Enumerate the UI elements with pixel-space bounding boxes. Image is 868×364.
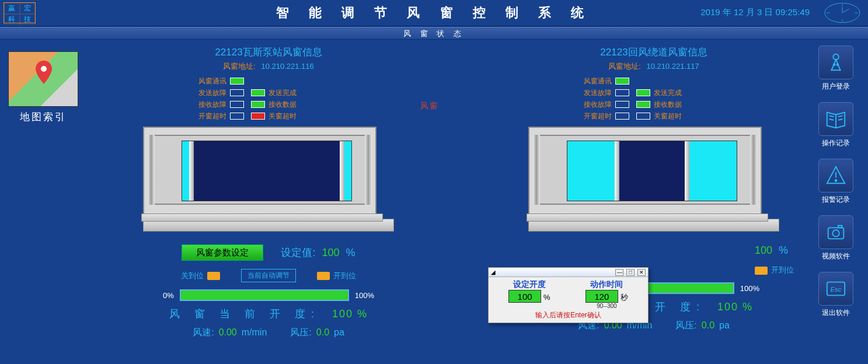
status-indicator-grid: 风窗通讯 发送故障发送完成 接收故障接收数据 开窗超时关窗超时 [193, 75, 344, 122]
wind-speed-display: 风速:0.00m/min [193, 327, 267, 339]
svg-line-12 [829, 116, 834, 117]
status-indicator [636, 101, 650, 108]
opening-progress-bar [180, 289, 349, 301]
opening-unit: % [357, 308, 368, 320]
action-time-input[interactable]: 120 [585, 290, 618, 303]
analog-clock-icon [822, 1, 862, 24]
svg-line-14 [838, 116, 843, 117]
svg-point-7 [41, 66, 47, 72]
status-label: 开窗超时 [578, 111, 612, 121]
unit: % [543, 293, 550, 302]
status-label: 接收数据 [654, 100, 688, 110]
svg-text:Esc: Esc [831, 286, 842, 293]
opening-label: 风 窗 当 前 开 度: [169, 308, 320, 320]
dialog-minimize-button[interactable]: — [615, 269, 623, 276]
status-indicator [615, 89, 629, 96]
address-ip: 10.210.221.116 [261, 62, 313, 71]
value: 0.00 [219, 327, 237, 337]
status-label: 接收故障 [193, 100, 226, 110]
map-index-button[interactable]: 地图索引 [8, 51, 78, 124]
close-position-indicator [207, 272, 220, 280]
status-indicator [636, 113, 650, 120]
status-indicator-grid: 风窗通讯 发送故障发送完成 接收故障接收数据 开窗超时关窗超时 [578, 75, 730, 122]
comm-label: 风窗通讯 [193, 76, 226, 86]
set-value-display: 设定值: 100 % [281, 246, 355, 260]
label: 风速: [193, 327, 214, 337]
set-value-number: 100 [322, 247, 339, 258]
open-position-label: 开到位 [313, 271, 356, 281]
wind-pressure-display: 风压:0.0pa [290, 327, 344, 339]
shutter-right [689, 141, 737, 201]
unit: pa [334, 327, 344, 337]
comm-indicator [230, 78, 244, 85]
status-indicator [615, 101, 629, 108]
set-value-display: 100 % [751, 244, 788, 257]
dialog-maximize-button[interactable]: □ [626, 269, 635, 276]
panel-controls: 风窗参数设定 设定值: 100 % 关到位 当前自动调节 开到位 0% 100%… [99, 244, 438, 339]
dialog-hint: 输入后请按Enter确认 [489, 310, 648, 320]
book-icon [818, 102, 853, 136]
label: 风压: [675, 320, 696, 330]
set-value-label: 设定值: [281, 247, 315, 258]
status-label: 发送故障 [578, 88, 612, 98]
shutter-track [567, 141, 737, 201]
set-opening-dialog[interactable]: ◢ — □ ✕ 设定开度 100% 动作时间 120秒 90--300 输入后请… [488, 267, 649, 323]
value: 0.0 [702, 320, 714, 330]
set-opening-input[interactable]: 100 [508, 290, 541, 303]
status-label: 开窗超时 [193, 111, 226, 121]
dialog-titlebar[interactable]: ◢ — □ ✕ [489, 268, 648, 277]
set-value-unit: % [346, 247, 355, 258]
status-label: 关窗超时 [654, 111, 688, 121]
status-indicator [615, 113, 629, 120]
svg-point-9 [834, 64, 835, 65]
status-indicator [636, 89, 650, 96]
status-label: 发送故障 [193, 88, 226, 98]
svg-line-13 [829, 119, 834, 120]
status-indicator [251, 89, 265, 96]
shutter-right [344, 141, 351, 201]
address-label: 风窗地址: [608, 62, 641, 71]
label: 关到位 [181, 271, 204, 280]
dialog-close-button[interactable]: ✕ [637, 269, 646, 276]
status-indicator [251, 113, 265, 120]
close-position-label: 关到位 [181, 271, 224, 281]
window-diagram [528, 127, 779, 232]
dialog-app-icon: ◢ [491, 269, 496, 275]
value: 0.0 [316, 327, 329, 337]
camera-icon [818, 215, 853, 249]
current-opening-display: 风 窗 当 前 开 度: 100 % [99, 307, 438, 321]
panel-title: 22123瓦斯泵站风窗信息 [99, 46, 438, 59]
set-value-unit: % [779, 244, 788, 256]
main-area: 地图索引 风窗 用户登录 操作记录 报警记录 视频软件 Esc 退出软件 221… [0, 40, 868, 364]
shutter-track [182, 141, 352, 201]
unit: pa [719, 320, 730, 330]
map-thumbnail-icon [8, 51, 78, 107]
label: 风压: [290, 327, 311, 337]
app-header: 嬴 宏 科 技 智 能 调 节 风 窗 控 制 系 统 2019 年 12 月 … [0, 0, 868, 27]
open-position-indicator [755, 267, 768, 275]
label: 开到位 [333, 271, 356, 280]
shutter-handle-left [615, 141, 619, 201]
status-label: 接收故障 [578, 100, 612, 110]
bar-fill [181, 290, 348, 300]
action-time-label: 动作时间 [585, 279, 628, 290]
comm-indicator [615, 78, 629, 85]
shutter-left [182, 141, 189, 201]
open-position-label: 开到位 [751, 265, 794, 275]
status-indicator [230, 101, 244, 108]
opening-value: 100 [332, 308, 353, 320]
parameter-settings-button[interactable]: 风窗参数设定 [182, 244, 263, 261]
svg-point-17 [835, 180, 837, 181]
auto-adjust-mode-button[interactable]: 当前自动调节 [241, 269, 296, 282]
unit: 秒 [621, 293, 628, 302]
set-opening-label: 设定开度 [508, 279, 550, 290]
bar-min-label: 0% [163, 291, 174, 300]
shutter-handle-right [685, 141, 689, 201]
warning-triangle-icon [818, 159, 853, 192]
svg-line-5 [842, 9, 849, 13]
status-indicator [230, 89, 244, 96]
window-diagram [143, 127, 394, 232]
panel-address: 风窗地址: 10.210.221.116 [99, 61, 438, 72]
bar-max-label: 100% [355, 291, 374, 300]
esc-key-icon: Esc [818, 272, 853, 306]
